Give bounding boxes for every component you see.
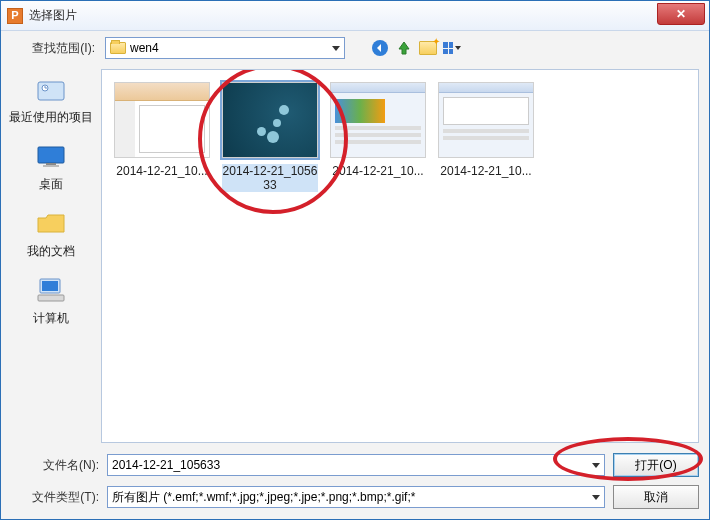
place-label: 最近使用的项目	[9, 109, 93, 126]
chevron-down-icon	[332, 46, 340, 51]
place-recent[interactable]: 最近使用的项目	[9, 73, 93, 126]
lookin-combo[interactable]: wen4	[105, 37, 345, 59]
back-icon	[371, 39, 389, 57]
filetype-label: 文件类型(T):	[11, 489, 99, 506]
view-grid-icon	[443, 42, 453, 54]
chevron-down-icon	[592, 463, 600, 468]
filename-value: 2014-12-21_105633	[112, 458, 588, 472]
file-open-dialog: P 选择图片 ✕ 查找范围(I): wen4	[0, 0, 710, 520]
close-icon: ✕	[676, 7, 686, 21]
bottom-panel: 文件名(N): 2014-12-21_105633 打开(O) 文件类型(T):…	[1, 447, 709, 519]
place-label: 计算机	[33, 310, 69, 327]
file-item[interactable]: 2014-12-21_10...	[330, 82, 426, 178]
filename-field[interactable]: 2014-12-21_105633	[107, 454, 605, 476]
lookin-value: wen4	[130, 41, 332, 55]
svg-rect-8	[38, 295, 64, 301]
svg-rect-7	[42, 281, 58, 291]
recent-icon	[33, 73, 69, 105]
window-title: 选择图片	[29, 7, 77, 24]
filetype-value: 所有图片 (*.emf;*.wmf;*.jpg;*.jpeg;*.jpe;*.p…	[112, 489, 588, 506]
file-item-selected[interactable]: 2014-12-21_105633	[222, 82, 318, 192]
chevron-down-icon	[455, 46, 461, 50]
computer-icon	[33, 274, 69, 306]
back-button[interactable]	[371, 39, 389, 57]
file-caption: 2014-12-21_10...	[114, 164, 210, 178]
toolbar: 查找范围(I): wen4	[1, 31, 709, 65]
up-arrow-icon	[395, 39, 413, 57]
titlebar: P 选择图片 ✕	[1, 1, 709, 31]
filetype-combo[interactable]: 所有图片 (*.emf;*.wmf;*.jpg;*.jpeg;*.jpe;*.p…	[107, 486, 605, 508]
svg-rect-4	[46, 163, 56, 165]
app-icon: P	[7, 8, 23, 24]
new-folder-icon	[419, 41, 437, 55]
file-item[interactable]: 2014-12-21_10...	[114, 82, 210, 178]
up-one-level-button[interactable]	[395, 39, 413, 57]
dialog-body: 最近使用的项目 桌面 我的文档 计算机	[1, 65, 709, 447]
file-item[interactable]: 2014-12-21_10...	[438, 82, 534, 178]
svg-rect-5	[43, 165, 59, 167]
new-folder-button[interactable]	[419, 39, 437, 57]
svg-rect-1	[38, 82, 64, 100]
place-desktop[interactable]: 桌面	[33, 140, 69, 193]
file-caption: 2014-12-21_10...	[330, 164, 426, 178]
close-button[interactable]: ✕	[657, 3, 705, 25]
file-list[interactable]: 2014-12-21_10... 2014-12-21_105633 2014-…	[101, 69, 699, 443]
open-button[interactable]: 打开(O)	[613, 453, 699, 477]
place-label: 桌面	[39, 176, 63, 193]
folder-icon	[110, 42, 126, 54]
desktop-icon	[33, 140, 69, 172]
places-bar: 最近使用的项目 桌面 我的文档 计算机	[1, 65, 101, 447]
chevron-down-icon	[592, 495, 600, 500]
place-computer[interactable]: 计算机	[33, 274, 69, 327]
svg-rect-3	[38, 147, 64, 163]
file-caption: 2014-12-21_10...	[438, 164, 534, 178]
place-mydocuments[interactable]: 我的文档	[27, 207, 75, 260]
place-label: 我的文档	[27, 243, 75, 260]
view-menu-button[interactable]	[443, 39, 461, 57]
folder-icon	[33, 207, 69, 239]
lookin-label: 查找范围(I):	[11, 40, 99, 57]
file-caption: 2014-12-21_105633	[222, 164, 318, 192]
cancel-button[interactable]: 取消	[613, 485, 699, 509]
filename-label: 文件名(N):	[11, 457, 99, 474]
